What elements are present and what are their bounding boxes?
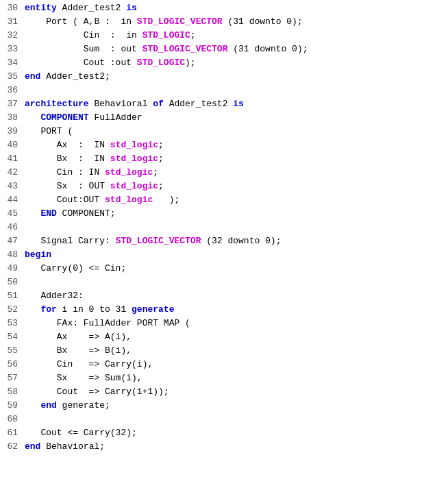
code-line: 60	[0, 413, 448, 426]
line-content: END COMPONENT;	[25, 207, 448, 221]
line-content: Ax => A(i),	[25, 330, 448, 344]
line-number: 32	[0, 29, 25, 42]
line-content: Port ( A,B : in STD_LOGIC_VECTOR (31 dow…	[25, 15, 448, 29]
code-line: 48begin	[0, 248, 448, 262]
code-line: 52 for i in 0 to 31 generate	[0, 303, 448, 317]
line-content: end Adder_test2;	[25, 70, 448, 84]
line-number: 40	[0, 138, 25, 152]
line-content: Bx : IN std_logic;	[25, 152, 448, 166]
code-line: 41 Bx : IN std_logic;	[0, 152, 448, 166]
code-line: 45 END COMPONENT;	[0, 207, 448, 221]
line-number: 54	[0, 330, 25, 344]
line-content: begin	[25, 248, 448, 262]
code-line: 36	[0, 84, 448, 97]
code-line: 31 Port ( A,B : in STD_LOGIC_VECTOR (31 …	[0, 15, 448, 29]
line-content: architecture Behavioral of Adder_test2 i…	[25, 97, 448, 111]
line-number: 55	[0, 344, 25, 358]
line-content: Cin => Carry(i),	[25, 358, 448, 371]
line-content: end Behavioral;	[25, 440, 448, 454]
code-line: 38 COMPONENT FullAdder	[0, 111, 448, 125]
line-content: PORT (	[25, 125, 448, 138]
code-line: 43 Sx : OUT std_logic;	[0, 180, 448, 193]
line-content: Cout :out STD_LOGIC);	[25, 56, 448, 70]
line-content: Cout:OUT std_logic );	[25, 193, 448, 207]
line-number: 41	[0, 152, 25, 166]
code-line: 55 Bx => B(i),	[0, 344, 448, 358]
line-content: Cin : in STD_LOGIC;	[25, 29, 448, 42]
line-number: 57	[0, 371, 25, 385]
code-line: 42 Cin : IN std_logic;	[0, 166, 448, 180]
code-line: 32 Cin : in STD_LOGIC;	[0, 29, 448, 42]
line-number: 47	[0, 234, 25, 248]
line-number: 44	[0, 193, 25, 207]
line-number: 48	[0, 248, 25, 262]
code-line: 51 Adder32:	[0, 289, 448, 303]
line-content: COMPONENT FullAdder	[25, 111, 448, 125]
code-line: 47 Signal Carry: STD_LOGIC_VECTOR (32 do…	[0, 234, 448, 248]
code-line: 58 Cout => Carry(i+1));	[0, 385, 448, 399]
line-content: Carry(0) <= Cin;	[25, 262, 448, 276]
line-number: 39	[0, 125, 25, 138]
code-line: 49 Carry(0) <= Cin;	[0, 262, 448, 276]
line-number: 31	[0, 15, 25, 29]
code-editor: 30entity Adder_test2 is31 Port ( A,B : i…	[0, 0, 448, 477]
code-line: 57 Sx => Sum(i),	[0, 371, 448, 385]
line-number: 51	[0, 289, 25, 303]
line-number: 43	[0, 180, 25, 193]
code-line: 59 end generate;	[0, 399, 448, 413]
line-content: Adder32:	[25, 289, 448, 303]
line-content: FAx: FullAdder PORT MAP (	[25, 317, 448, 330]
line-content: Cout <= Carry(32);	[25, 426, 448, 440]
line-number: 46	[0, 221, 25, 234]
code-line: 46	[0, 221, 448, 234]
line-number: 37	[0, 97, 25, 111]
line-content: end generate;	[25, 399, 448, 413]
code-line: 35end Adder_test2;	[0, 70, 448, 84]
code-line: 62end Behavioral;	[0, 440, 448, 454]
line-number: 30	[0, 1, 25, 15]
line-number: 53	[0, 317, 25, 330]
code-line: 30entity Adder_test2 is	[0, 1, 448, 15]
line-content: Sx : OUT std_logic;	[25, 180, 448, 193]
code-line: 56 Cin => Carry(i),	[0, 358, 448, 371]
code-line: 44 Cout:OUT std_logic );	[0, 193, 448, 207]
line-content: Cin : IN std_logic;	[25, 166, 448, 180]
line-content: Bx => B(i),	[25, 344, 448, 358]
line-content: Sx => Sum(i),	[25, 371, 448, 385]
line-content: for i in 0 to 31 generate	[25, 303, 448, 317]
line-number: 62	[0, 440, 25, 454]
line-number: 61	[0, 426, 25, 440]
line-number: 49	[0, 262, 25, 276]
code-line: 33 Sum : out STD_LOGIC_VECTOR (31 downto…	[0, 42, 448, 56]
code-line: 53 FAx: FullAdder PORT MAP (	[0, 317, 448, 330]
line-number: 38	[0, 111, 25, 125]
line-number: 35	[0, 70, 25, 84]
line-number: 42	[0, 166, 25, 180]
code-line: 40 Ax : IN std_logic;	[0, 138, 448, 152]
line-content: Sum : out STD_LOGIC_VECTOR (31 downto 0)…	[25, 42, 448, 56]
line-content: entity Adder_test2 is	[25, 1, 448, 15]
line-content: Signal Carry: STD_LOGIC_VECTOR (32 downt…	[25, 234, 448, 248]
line-number: 34	[0, 56, 25, 70]
line-number: 52	[0, 303, 25, 317]
code-line: 50	[0, 276, 448, 289]
line-number: 59	[0, 399, 25, 413]
line-number: 45	[0, 207, 25, 221]
line-content: Cout => Carry(i+1));	[25, 385, 448, 399]
line-number: 60	[0, 413, 25, 426]
code-line: 39 PORT (	[0, 125, 448, 138]
line-content: Ax : IN std_logic;	[25, 138, 448, 152]
code-line: 34 Cout :out STD_LOGIC);	[0, 56, 448, 70]
code-line: 54 Ax => A(i),	[0, 330, 448, 344]
code-line: 37architecture Behavioral of Adder_test2…	[0, 97, 448, 111]
line-number: 56	[0, 358, 25, 371]
line-number: 33	[0, 42, 25, 56]
line-number: 58	[0, 385, 25, 399]
line-number: 36	[0, 84, 25, 97]
line-number: 50	[0, 276, 25, 289]
code-line: 61 Cout <= Carry(32);	[0, 426, 448, 440]
